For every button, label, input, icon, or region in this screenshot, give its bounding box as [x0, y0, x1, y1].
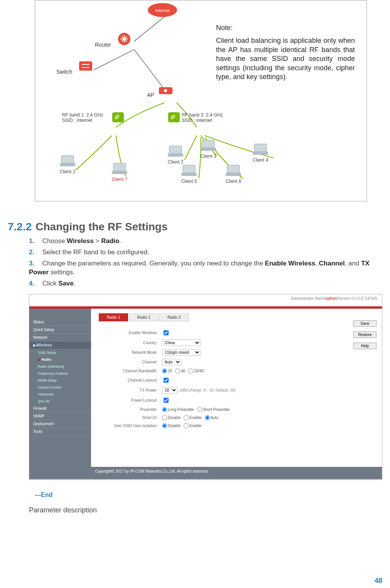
note-block: Note: Client load balancing is applicabl…: [216, 24, 355, 81]
radio-label: Long Preamble: [168, 407, 194, 412]
tab-radio-3[interactable]: Radio 3: [159, 313, 189, 321]
sidebar-item-deployment[interactable]: Deployment: [29, 420, 91, 428]
label-enable-wireless: Enable Wireless: [103, 331, 162, 335]
svg-rect-23: [226, 173, 241, 176]
rf1-label: RF band 1: 2.4 GHz: [62, 112, 103, 118]
radio-bw-2040[interactable]: [188, 368, 193, 373]
admin-topbar: Administrator Name[admin]Version:V1.0.0.…: [29, 294, 382, 306]
step-text: ,: [315, 260, 319, 267]
client7-label: Client 7: [110, 177, 129, 182]
sidebar-sub-radio[interactable]: ▶Radio: [29, 356, 91, 363]
restore-button[interactable]: Restore: [353, 331, 376, 338]
sidebar-item-firewall[interactable]: Firewall: [29, 405, 91, 412]
sidebar-sub-ssid-setup[interactable]: SSID Setup: [29, 349, 91, 356]
radio-form: Enable Wireless CountryChina Network Mod…: [91, 321, 382, 439]
radio-bw-20[interactable]: [162, 368, 167, 373]
radio-label: Auto: [211, 416, 219, 420]
svg-rect-18: [254, 144, 267, 152]
radio-iso-enable[interactable]: [184, 423, 189, 428]
internet-label: Internet: [147, 8, 178, 13]
step-text: .: [74, 280, 76, 287]
client7-node: Client 7: [110, 162, 129, 182]
svg-line-1: [94, 49, 134, 70]
sidebar-sub-wmm-setup[interactable]: WMM Setup: [29, 377, 91, 384]
client6-label: Client 6: [224, 179, 243, 184]
step-3: 3. Change the parameters as required. Ge…: [29, 259, 375, 277]
section-heading: 7.2.2Changing the RF Settings: [8, 221, 382, 233]
svg-rect-13: [112, 171, 127, 174]
sidebar-item-status[interactable]: Status: [29, 318, 91, 326]
sidebar-item-tools[interactable]: Tools: [29, 428, 91, 436]
radio-gi-auto[interactable]: [205, 415, 210, 420]
label-country: Country: [103, 341, 162, 345]
ssid3-label: SSID : internet: [182, 118, 223, 123]
radio-gi-disable[interactable]: [162, 415, 167, 420]
label-channel: Channel: [103, 360, 162, 364]
label-short-gi: Short GI: [103, 416, 162, 420]
section-title: Changing the RF Settings: [35, 221, 167, 233]
label-tx-power: TX Power: [103, 388, 162, 392]
internet-node: Internet: [147, 2, 178, 24]
radio-gi-enable[interactable]: [184, 415, 189, 420]
ap-label: AP: [147, 92, 154, 98]
select-tx-power[interactable]: 18: [162, 387, 177, 394]
page-number: 48: [375, 577, 382, 585]
radio-label: Disable: [168, 424, 181, 428]
checkbox-power-lockout[interactable]: [164, 398, 169, 403]
radio-preamble-long[interactable]: [162, 407, 167, 412]
svg-rect-16: [202, 140, 214, 148]
radio-label: Enable: [189, 424, 201, 428]
sidebar-item-network[interactable]: Network: [29, 334, 91, 341]
switch-label: Switch: [56, 69, 72, 75]
client1-label: Client 1: [58, 169, 77, 174]
radio-iso-disable[interactable]: [162, 423, 167, 428]
tab-radio-2[interactable]: Radio 2: [129, 313, 158, 321]
svg-rect-15: [168, 154, 183, 157]
radio-label: Enable: [189, 416, 201, 420]
rf1-node: RF band 1: 2.4 GHz SSID : internet: [62, 112, 103, 123]
select-channel[interactable]: Auto: [162, 359, 181, 365]
checkbox-enable-wireless[interactable]: [164, 330, 169, 335]
parameter-description-heading: Parameter description: [29, 506, 382, 514]
rf3-node: RF band 3: 2.4 GHz SSID : internet: [182, 112, 223, 123]
client6-node: Client 6: [224, 164, 243, 184]
admin-ui-screenshot: Administrator Name[admin]Version:V1.0.0.…: [29, 294, 382, 480]
select-country[interactable]: China: [162, 340, 201, 346]
help-button[interactable]: Help: [353, 343, 376, 349]
checkbox-channel-lockout[interactable]: [164, 378, 169, 383]
section-number: 7.2.2: [8, 221, 32, 233]
step-text: Click: [42, 280, 59, 287]
select-network-mode[interactable]: 11b/g/n mixed: [162, 349, 201, 356]
sidebar-sub-qvlan[interactable]: QVLAN: [29, 398, 91, 405]
step-2: 2. Select the RF band to be configured.: [29, 248, 375, 257]
step-num: 3.: [29, 259, 41, 268]
tab-radio-1[interactable]: Radio 1: [99, 313, 128, 321]
sidebar-sub-radio-optimizing[interactable]: Radio Optimizing: [29, 363, 91, 370]
client5-node: Client 5: [180, 164, 198, 184]
end-marker: ---End: [35, 492, 382, 498]
sidebar-sub-access-control[interactable]: Access Control: [29, 384, 91, 391]
radio-label: 20: [168, 369, 172, 373]
client1-node: Client 1: [58, 155, 77, 174]
radio-label: 40: [181, 369, 185, 373]
label-network-mode: Network Mode: [103, 350, 162, 355]
sidebar-item-snmp[interactable]: SNMP: [29, 412, 91, 420]
bold-text: Radio: [101, 237, 119, 245]
radio-bw-40[interactable]: [175, 368, 180, 373]
label-power-lockout: Power Lockout: [103, 398, 162, 402]
step-text: >: [94, 237, 101, 245]
sidebar-sub-advanced[interactable]: Advanced: [29, 391, 91, 398]
radio-preamble-short[interactable]: [197, 407, 202, 412]
save-button[interactable]: Save: [353, 320, 376, 327]
sidebar-item-wireless[interactable]: ▶Wireless: [29, 341, 91, 349]
sidebar-item-quick-setup[interactable]: Quick Setup: [29, 326, 91, 334]
sidebar-label: Wireless: [36, 343, 52, 347]
step-text: .: [119, 237, 121, 245]
step-text: Select the RF band to be configured.: [42, 248, 149, 256]
svg-rect-11: [60, 163, 75, 166]
admin-main: Radio 1 Radio 2 Radio 3 Save Restore Hel…: [91, 309, 382, 467]
svg-rect-10: [61, 155, 74, 163]
step-num: 1.: [29, 237, 41, 246]
sidebar-sub-frequency-analysis[interactable]: Frequency Analysis: [29, 370, 91, 377]
admin-name-link[interactable]: admin: [326, 296, 337, 301]
